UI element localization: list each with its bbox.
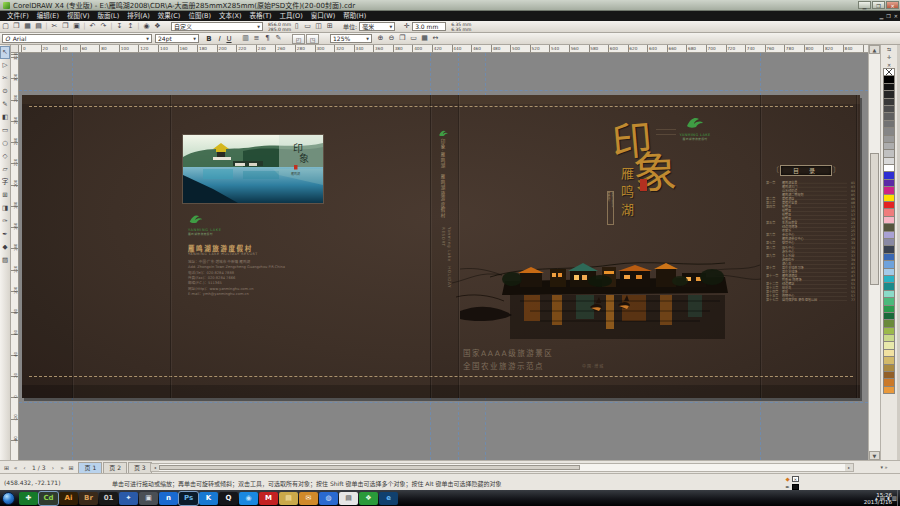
- zoom-height-button[interactable]: ↔: [430, 33, 441, 44]
- launcher-button[interactable]: ◉: [141, 21, 152, 32]
- illustrator[interactable]: Ai: [59, 492, 78, 505]
- eyedropper-tool[interactable]: ✑: [0, 215, 10, 228]
- export-button[interactable]: ↥: [125, 21, 136, 32]
- m-app[interactable]: M: [259, 492, 278, 505]
- page-options-button[interactable]: ◫: [313, 21, 324, 32]
- bullet-list-button[interactable]: ≡: [251, 33, 262, 44]
- palette-swatch[interactable]: [883, 386, 895, 394]
- edit-text-button[interactable]: ✎: [273, 33, 284, 44]
- menu-item[interactable]: 文本(X): [215, 11, 246, 21]
- basic-shapes-tool[interactable]: ▱: [0, 163, 10, 176]
- taskbar-clock[interactable]: 15:26 2013/1/16: [864, 492, 892, 505]
- menu-item[interactable]: 帮助(H): [339, 11, 370, 21]
- menu-item[interactable]: 表格(T): [245, 11, 275, 21]
- prev-page-button[interactable]: ‹: [20, 464, 29, 471]
- menu-item[interactable]: 效果(C): [154, 11, 185, 21]
- vertical-scrollbar[interactable]: ▲ ▼: [868, 45, 880, 460]
- welcome-screen-button[interactable]: ❖: [152, 21, 163, 32]
- start-button[interactable]: [2, 492, 15, 505]
- capture-one[interactable]: 01: [99, 492, 118, 505]
- menu-item[interactable]: 排列(A): [123, 11, 154, 21]
- green-bird-app[interactable]: ❖: [359, 492, 378, 505]
- web-browser[interactable]: ◍: [319, 492, 338, 505]
- zoom-selected-button[interactable]: ❐: [397, 33, 408, 44]
- menu-item[interactable]: 工具(O): [276, 11, 307, 21]
- explorer-folder[interactable]: ▤: [279, 492, 298, 505]
- lake-photo[interactable]: 印 象 雁鸣湖: [183, 135, 323, 203]
- duplicate-y-field[interactable]: 6.35 mm: [451, 27, 471, 32]
- red-seal[interactable]: [640, 179, 647, 191]
- zoom-tool[interactable]: ⊙: [0, 85, 10, 98]
- page-tab[interactable]: 页 3: [128, 462, 152, 473]
- horizontal-text-button[interactable]: ◰: [292, 34, 305, 44]
- add-page-button[interactable]: ⊞: [66, 464, 75, 471]
- paper-preset-select[interactable]: 自定义▼: [171, 22, 263, 31]
- new-button[interactable]: ▢: [0, 21, 11, 32]
- document-page[interactable]: 印 象 雁鸣湖 YANMING LAKE 雁鸣湖旅游度假村 雁鸣湖旅游度假村 Y…: [22, 95, 860, 398]
- scroll-up-icon[interactable]: ▲: [869, 45, 880, 54]
- scroll-right-icon[interactable]: ▸: [845, 464, 853, 471]
- freehand-tool[interactable]: ✎: [0, 98, 10, 111]
- minimize-button[interactable]: ▁: [858, 1, 871, 9]
- crop-tool[interactable]: ✂: [0, 72, 10, 85]
- polygon-tool[interactable]: ◇: [0, 150, 10, 163]
- qq[interactable]: Q: [219, 492, 238, 505]
- table-tool[interactable]: ⊞: [0, 189, 10, 202]
- bold-button[interactable]: B: [204, 35, 214, 43]
- text-tool[interactable]: 字: [0, 176, 10, 189]
- first-page-button[interactable]: «: [11, 464, 20, 471]
- bridge[interactable]: Br: [79, 492, 98, 505]
- menu-item[interactable]: 视图(V): [63, 11, 94, 21]
- k-app[interactable]: K: [199, 492, 218, 505]
- doc-minimize-button[interactable]: ▁: [879, 13, 883, 19]
- undo-button[interactable]: ↶: [87, 21, 98, 32]
- spine-title[interactable]: 印象·雁鸣湖 雁鸣湖旅游度假村: [439, 139, 445, 219]
- page-tab[interactable]: 页 2: [103, 462, 127, 473]
- sogou-browser[interactable]: ◉: [239, 492, 258, 505]
- blend-tool[interactable]: ◨: [0, 202, 10, 215]
- tools-app[interactable]: ✦: [119, 492, 138, 505]
- show-formatting-button[interactable]: ¶: [262, 33, 273, 44]
- font-select[interactable]: O Arial ▼: [2, 34, 152, 43]
- front-cover-logo[interactable]: YANMING LAKE 雁鸣湖旅游度假村: [675, 114, 715, 141]
- page-tab[interactable]: 页 1: [78, 462, 102, 473]
- scrollbar-thumb[interactable]: [159, 465, 580, 470]
- ruler-corner[interactable]: [11, 45, 19, 53]
- doc-close-button[interactable]: ✕: [894, 13, 898, 19]
- outline-pen-tool[interactable]: ✒: [0, 228, 10, 241]
- landscape-button[interactable]: ▭: [302, 21, 313, 32]
- coreldraw[interactable]: Cd: [39, 492, 58, 505]
- slogan-block[interactable]: 国家AAAA级旅游景区 全国农业旅游示范点: [463, 348, 553, 373]
- print-button[interactable]: ▤: [33, 21, 44, 32]
- menu-item[interactable]: 位图(B): [184, 11, 215, 21]
- menu-item[interactable]: 编辑(E): [33, 11, 63, 21]
- photoshop[interactable]: Ps: [179, 492, 198, 505]
- next-page-button[interactable]: ›: [48, 464, 57, 471]
- alignment-button[interactable]: ▥: [240, 33, 251, 44]
- italic-button[interactable]: I: [214, 35, 224, 43]
- redo-button[interactable]: ↷: [98, 21, 109, 32]
- toc-list[interactable]: 第一章 雁鸣湖全景 01 雁鸣湖大门 03 山水绿荫道 04: [766, 180, 855, 301]
- menu-item[interactable]: 版面(L): [94, 11, 124, 21]
- zoom-width-button[interactable]: ▦: [419, 33, 430, 44]
- image-viewer[interactable]: ▣: [139, 492, 158, 505]
- scrollbar-thumb[interactable]: [870, 153, 879, 285]
- import-button[interactable]: ↧: [114, 21, 125, 32]
- guideline-horizontal[interactable]: [19, 90, 868, 91]
- doc-restore-button[interactable]: ❐: [886, 13, 890, 19]
- foxmail[interactable]: ✉: [299, 492, 318, 505]
- v-ruler[interactable]: 3203002802602402202001801601401201008060…: [11, 53, 19, 460]
- pick-tool[interactable]: ↖: [0, 46, 10, 59]
- scroll-down-icon[interactable]: ▼: [869, 451, 880, 460]
- layout-options-button[interactable]: ⊞: [324, 21, 335, 32]
- rectangle-tool[interactable]: ▭: [0, 124, 10, 137]
- interactive-fill-tool[interactable]: ▨: [0, 254, 10, 267]
- vertical-text-button[interactable]: ◳: [306, 34, 319, 44]
- ellipse-tool[interactable]: ○: [0, 137, 10, 150]
- palette-button[interactable]: ✛: [887, 53, 891, 61]
- zoom-page-button[interactable]: ▭: [408, 33, 419, 44]
- paste-button[interactable]: ▣: [71, 21, 82, 32]
- drawing-canvas[interactable]: 印 象 雁鸣湖 YANMING LAKE 雁鸣湖旅游度假村 雁鸣湖旅游度假村 Y…: [19, 53, 868, 460]
- app-green-cross[interactable]: ✚: [19, 492, 38, 505]
- close-button[interactable]: ✕: [886, 1, 899, 9]
